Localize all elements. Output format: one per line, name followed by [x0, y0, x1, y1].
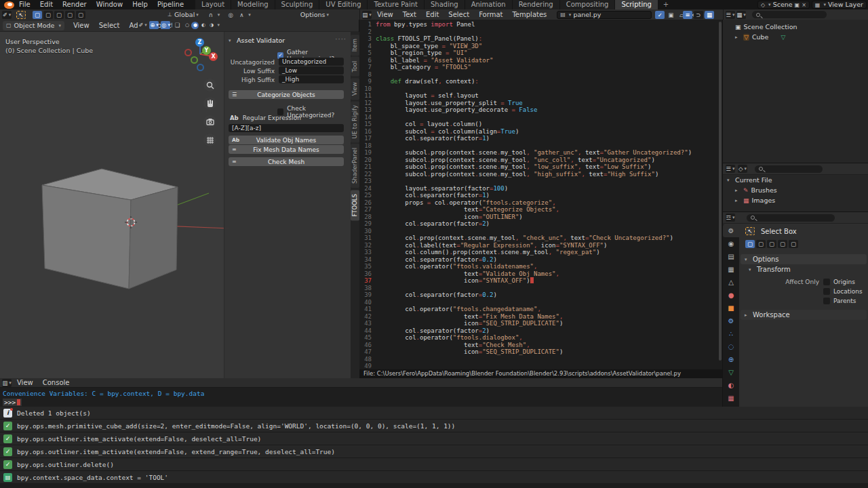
gizmo-z-axis[interactable]: Z	[195, 38, 204, 47]
properties-tab-physics[interactable]: ◌	[723, 340, 739, 353]
info-row[interactable]: iDeleted 1 object(s)	[0, 407, 868, 420]
editor-type-properties-icon[interactable]: ☲▾	[726, 214, 735, 222]
categorize-objects-button[interactable]: ☰ Categorize Objects	[229, 90, 344, 99]
select-box-tool-icon[interactable]: ↖	[745, 227, 755, 235]
console-prompt[interactable]: >>>	[3, 399, 22, 406]
properties-tab-data[interactable]: ▽	[723, 366, 739, 379]
gizmo-neg-y-axis[interactable]	[191, 56, 198, 64]
text-editor[interactable]: 1from bpy.types import Panel23class FTOO…	[359, 20, 723, 378]
code-text[interactable]: col.prop(context.scene.my_tool, "check_u…	[376, 235, 673, 242]
workspace-tab-compositing[interactable]: Compositing	[560, 0, 616, 9]
code-text[interactable]: bl_region_type = "UI"	[376, 49, 467, 57]
code-text[interactable]: icon="SEQ_STRIP_DUPLICATE")	[376, 320, 563, 327]
code-text[interactable]: col = layout.column()	[376, 121, 482, 128]
transform-subpanel-header[interactable]: ▾ Transform	[749, 266, 791, 273]
npanel-tab-ue-to-rigify[interactable]: UE to Rigify	[351, 101, 359, 142]
code-text[interactable]: subcol.prop(context.scene.my_tool, "low_…	[376, 163, 651, 171]
code-text[interactable]: props = col.operator("ftools.categorize"…	[376, 199, 556, 207]
code-text[interactable]: subcol.prop(context.scene.my_tool, "high…	[376, 171, 658, 178]
expand-icon[interactable]: ▸	[735, 35, 741, 40]
npanel-tab-tool[interactable]: Tool	[351, 57, 359, 77]
workspace-tab-texture-paint[interactable]: Texture Paint	[368, 0, 425, 9]
code-text[interactable]: col.separator(factor=2)	[376, 220, 490, 228]
code-text[interactable]: def draw(self, context):	[376, 78, 479, 85]
field-input-uncatagorized[interactable]: Uncategorized	[279, 58, 344, 66]
code-text[interactable]: col.operator("ftools.dialogbox",	[376, 334, 523, 342]
list-item-images[interactable]: ▸▦Images	[723, 195, 868, 205]
toggle-perspective-button[interactable]	[203, 134, 216, 146]
word-wrap-toggle[interactable]: ⊃	[694, 11, 703, 19]
options-label[interactable]: Options	[300, 11, 326, 18]
properties-tab-render[interactable]: ◉	[723, 237, 739, 250]
properties-tab-texture[interactable]: ▦	[723, 392, 739, 405]
code-text[interactable]: col.label(text="Regular Expression", ico…	[376, 242, 607, 249]
info-row[interactable]: ✓bpy.ops.outliner.delete()	[0, 458, 868, 471]
menu-window[interactable]: Window	[92, 0, 127, 9]
gizmo-neg-x-axis[interactable]	[184, 49, 192, 56]
text-menu-format[interactable]: Format	[474, 10, 507, 20]
properties-tab-constraints[interactable]: ⊕	[723, 353, 739, 366]
code-text[interactable]: layout.use_property_split = True	[376, 100, 523, 107]
zoom-button[interactable]	[203, 79, 216, 92]
3d-viewport[interactable]: ▢ Object Mode ▾ ViewSelectAddObject ✐▾ ⊕…	[0, 20, 359, 378]
workspace-tab-scripting[interactable]: Scripting	[615, 0, 658, 9]
shading-wireframe-toggle[interactable]: ○	[183, 22, 191, 29]
workspace-tab-shading[interactable]: Shading	[425, 0, 465, 9]
camera-view-button[interactable]	[203, 115, 216, 128]
list-item-brushes[interactable]: ▸✎Brushes	[723, 185, 868, 195]
code-text[interactable]: layout.separator(factor=100)	[376, 185, 508, 192]
properties-tab-modifiers[interactable]: ⚙	[723, 314, 739, 327]
gizmo-x-axis[interactable]: X	[209, 52, 218, 61]
info-row[interactable]: ✓bpy.ops.outliner.item_activate(extend=F…	[0, 432, 868, 445]
code-text[interactable]: layout = self.layout	[376, 92, 479, 100]
blendfile-search-input[interactable]	[755, 165, 823, 173]
list-item-scene-collection[interactable]: ▣Scene Collection	[723, 22, 868, 32]
unlink-scene-icon[interactable]: ×	[802, 2, 806, 8]
code-text[interactable]: icon="OUTLINER")	[376, 214, 523, 221]
checkbox-locations[interactable]	[823, 288, 830, 295]
regex-input[interactable]: [A-Z][a-z]	[229, 124, 344, 132]
code-text[interactable]: class FTOOLS_PT_Panel(Panel):	[376, 35, 482, 43]
editor-type-outliner-icon[interactable]: ☰▾	[726, 11, 735, 19]
properties-tab-object[interactable]: ■	[723, 302, 739, 314]
code-text[interactable]: col.operator("ftools.changedataname",	[376, 306, 541, 313]
workspace-tab-uv-editing[interactable]: UV Editing	[319, 0, 368, 9]
panel-header[interactable]: ▾ Asset Validator	[229, 37, 285, 44]
code-text[interactable]: subcol.prop(context.scene.my_tool, "unc_…	[376, 157, 655, 164]
properties-tab-world[interactable]: ●	[723, 289, 739, 302]
menu-file[interactable]: File	[14, 0, 35, 9]
editor-type-outliner-icon[interactable]: ☰▾	[726, 165, 735, 173]
text-saved-shield-icon[interactable]: ✓	[655, 11, 665, 19]
code-text[interactable]: col.separator(factor=2)	[376, 327, 490, 335]
npanel-tab-view[interactable]: View	[351, 78, 359, 100]
workspace-tab-animation[interactable]: Animation	[465, 0, 513, 9]
select-mode-extend[interactable]: ▢	[756, 240, 766, 248]
select-mode-subtract[interactable]: ▢	[767, 240, 776, 248]
code-text[interactable]: subcol.prop(context.scene.my_tool, "gath…	[376, 149, 692, 157]
code-text[interactable]: col.column().prop(context.scene.my_tool,…	[376, 249, 600, 256]
text-menu-templates[interactable]: Templates	[507, 10, 551, 20]
npanel-tab-ftools[interactable]: FTOOLS	[351, 190, 359, 220]
editor-type-text-icon[interactable]: ▤▾	[362, 11, 372, 19]
code-text[interactable]: col.separator(factor=0.2)	[376, 291, 497, 299]
shading-solid-toggle[interactable]: ●	[191, 22, 199, 29]
code-text[interactable]: bl_space_type = "VIEW_3D"	[376, 43, 482, 50]
expand-icon[interactable]: ▸	[735, 188, 741, 193]
properties-tab-material[interactable]: ◐	[723, 379, 739, 392]
active-tool-dropdown[interactable]: ✐▾	[2, 11, 12, 19]
properties-tab-output[interactable]: ▤	[723, 250, 739, 263]
properties-search-input[interactable]	[747, 214, 835, 222]
expand-icon[interactable]: ▸	[735, 198, 741, 203]
gizmos-toggle[interactable]: ⊕▾	[149, 21, 159, 29]
menu-pipeline[interactable]: Pipeline	[153, 0, 189, 9]
npanel-tab-item[interactable]: Item	[351, 35, 359, 56]
syntax-highlight-toggle[interactable]: ▦	[705, 11, 714, 19]
code-text[interactable]: text="Check Mesh",	[376, 342, 530, 349]
copy-icon[interactable]: ▣	[666, 11, 675, 19]
code-text[interactable]: text="Validate Obj Names",	[376, 270, 559, 278]
console-menu-view[interactable]: View	[12, 378, 38, 388]
view-layer-selector[interactable]: ▦▾ View Layer	[812, 1, 867, 9]
pan-button[interactable]	[203, 97, 216, 110]
text-editor-scrollbar[interactable]	[719, 22, 722, 361]
mode-dropdown[interactable]: ▢ Object Mode ▾	[3, 21, 64, 30]
